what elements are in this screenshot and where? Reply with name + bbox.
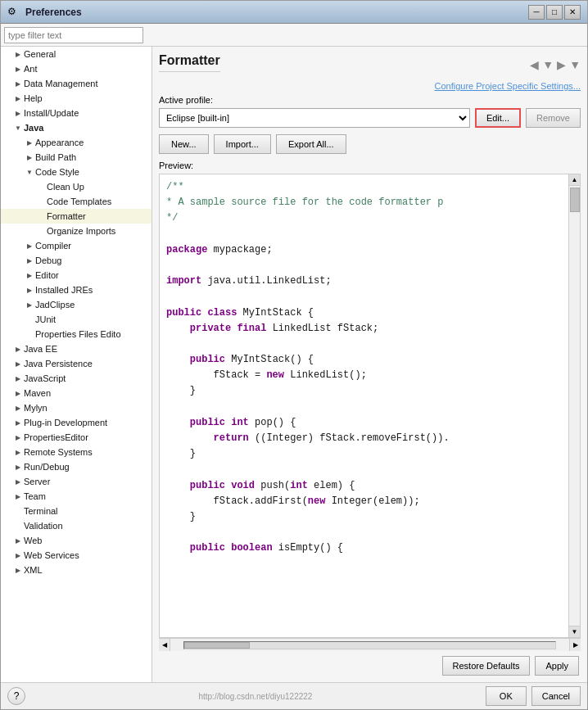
toggle-mylyn[interactable]: ▶ [12,402,24,414]
tree-item-server[interactable]: ▶ Server [1,474,152,489]
toggle-run-debug[interactable]: ▶ [12,461,24,473]
vertical-scrollbar[interactable]: ▲ ▼ [568,174,580,637]
code-line-12: public MyIntStack() { [166,352,573,368]
toggle-team[interactable]: ▶ [12,491,24,502]
edit-button[interactable]: Edit... [475,108,521,128]
tree-item-java[interactable]: ▼ Java [1,120,152,135]
toggle-help[interactable]: ▶ [12,93,24,104]
tree-item-javascript[interactable]: ▶ JavaScript [1,371,152,386]
toggle-compiler[interactable]: ▶ [24,240,35,251]
toggle-editor[interactable]: ▶ [24,269,35,281]
toggle-web[interactable]: ▶ [12,535,24,546]
tree-item-web[interactable]: ▶ Web [1,533,152,548]
tree-item-properties-editor[interactable]: ▶ PropertiesEditor [1,430,152,445]
tree-item-clean-up[interactable]: ▶ Clean Up [1,179,152,194]
minimize-button[interactable]: ─ [528,5,545,20]
tree-item-code-templates[interactable]: ▶ Code Templates [1,194,152,209]
toggle-xml[interactable]: ▶ [12,564,24,576]
scroll-thumb-h[interactable] [184,642,250,649]
tree-item-code-style[interactable]: ▼ Code Style [1,165,152,179]
toggle-jadclipse[interactable]: ▶ [24,299,35,310]
tree-item-properties-files[interactable]: ▶ Properties Files Edito [1,327,152,341]
toggle-install[interactable]: ▶ [12,107,24,119]
tree-item-java-persistence[interactable]: ▶ Java Persistence [1,356,152,371]
toggle-web-services[interactable]: ▶ [12,549,24,561]
tree-item-organize-imports[interactable]: ▶ Organize Imports [1,224,152,238]
tree-item-compiler[interactable]: ▶ Compiler [1,238,152,253]
scroll-down-button[interactable]: ▼ [569,626,580,637]
remove-button[interactable]: Remove [526,108,581,128]
scroll-thumb[interactable] [570,188,580,212]
ok-button[interactable]: OK [486,686,527,706]
filter-input[interactable] [4,27,143,43]
tree-item-build-path[interactable]: ▶ Build Path [1,150,152,165]
tree-item-formatter[interactable]: ▶ Formatter [1,209,152,224]
toggle-java-persistence[interactable]: ▶ [12,358,24,369]
tree-item-install-update[interactable]: ▶ Install/Update [1,106,152,120]
toggle-plugin-dev[interactable]: ▶ [12,417,24,428]
horizontal-scrollbar[interactable]: ◀ ▶ [159,638,581,651]
nav-forward-button[interactable]: ▶ [557,58,566,71]
toggle-build-path[interactable]: ▶ [24,151,35,163]
scroll-right-button[interactable]: ▶ [569,639,581,651]
tree-item-data-management[interactable]: ▶ Data Management [1,76,152,91]
tree-item-team[interactable]: ▶ Team [1,489,152,504]
nav-dropdown-button[interactable]: ▼ [542,58,554,71]
scroll-left-button[interactable]: ◀ [159,639,170,651]
tree-item-help[interactable]: ▶ Help [1,91,152,106]
configure-project-link[interactable]: Configure Project Specific Settings... [434,81,581,91]
tree-item-editor[interactable]: ▶ Editor [1,268,152,283]
apply-button[interactable]: Apply [535,656,579,676]
nav-back-button[interactable]: ◀ [530,58,539,71]
toggle-appearance[interactable]: ▶ [24,137,35,148]
toggle-data-mgmt[interactable]: ▶ [12,78,24,89]
toggle-installed-jres[interactable]: ▶ [24,284,35,296]
tree-item-run-debug[interactable]: ▶ Run/Debug [1,459,152,474]
toggle-remote-systems[interactable]: ▶ [12,446,24,458]
tree-item-java-ee[interactable]: ▶ Java EE [1,341,152,356]
tree-item-appearance[interactable]: ▶ Appearance [1,135,152,150]
tree-item-validation[interactable]: ▶ Validation [1,518,152,533]
label-formatter: Formatter [47,211,86,221]
scroll-up-button[interactable]: ▲ [569,174,580,186]
export-all-button[interactable]: Export All... [276,134,346,154]
tree-item-maven[interactable]: ▶ Maven [1,386,152,400]
tree-item-remote-systems[interactable]: ▶ Remote Systems [1,445,152,459]
tree-item-jadclipse[interactable]: ▶ JadClipse [1,297,152,312]
toggle-java[interactable]: ▼ [12,122,24,133]
toggle-debug[interactable]: ▶ [24,255,35,266]
label-ant: Ant [24,64,38,74]
tree-item-installed-jres[interactable]: ▶ Installed JREs [1,283,152,297]
cancel-button[interactable]: Cancel [531,686,581,706]
tree-item-xml[interactable]: ▶ XML [1,563,152,577]
toggle-maven[interactable]: ▶ [12,387,24,399]
nav-menu-button[interactable]: ▼ [569,58,581,71]
label-mylyn: Mylyn [24,403,47,413]
scroll-track[interactable] [183,641,556,649]
tree-item-web-services[interactable]: ▶ Web Services [1,548,152,563]
tree-item-plugin-dev[interactable]: ▶ Plug-in Development [1,415,152,430]
toggle-server[interactable]: ▶ [12,476,24,487]
toggle-ant[interactable]: ▶ [12,63,24,75]
label-maven: Maven [24,388,51,398]
label-validation: Validation [24,521,63,531]
tree-item-general[interactable]: ▶ General [1,47,152,61]
close-button[interactable]: ✕ [564,5,581,20]
tree-item-ant[interactable]: ▶ Ant [1,61,152,76]
toggle-code-style[interactable]: ▼ [24,166,35,178]
import-button[interactable]: Import... [214,134,271,154]
tree-item-terminal[interactable]: ▶ Terminal [1,504,152,518]
maximize-button[interactable]: □ [546,5,563,20]
new-button[interactable]: New... [159,134,209,154]
toggle-general[interactable]: ▶ [12,48,24,60]
toggle-properties-editor[interactable]: ▶ [12,432,24,443]
restore-defaults-button[interactable]: Restore Defaults [442,656,531,676]
toggle-javascript[interactable]: ▶ [12,373,24,384]
tree-item-mylyn[interactable]: ▶ Mylyn [1,400,152,415]
preview-area[interactable]: /** * A sample source file for the code … [159,174,581,638]
tree-item-junit[interactable]: ▶ JUnit [1,312,152,327]
toggle-java-ee[interactable]: ▶ [12,343,24,355]
tree-item-debug[interactable]: ▶ Debug [1,253,152,268]
profile-dropdown[interactable]: Eclipse [built-in] [159,108,470,128]
help-button[interactable]: ? [7,687,25,705]
